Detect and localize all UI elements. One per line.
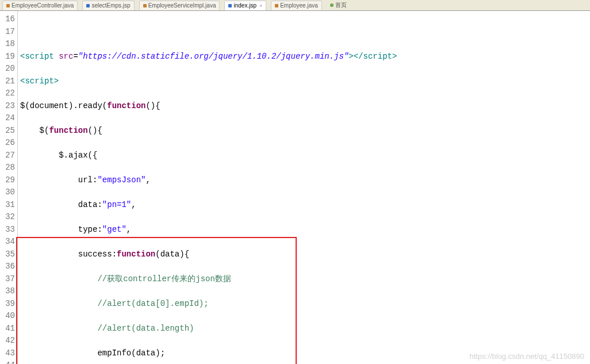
- tab-employee-java[interactable]: Employee.java: [271, 1, 322, 10]
- tab-selectemps[interactable]: selectEmps.jsp: [82, 1, 134, 10]
- code-editor[interactable]: 1617181920212223242526272829303132333435…: [0, 11, 590, 364]
- line-gutter: 1617181920212223242526272829303132333435…: [0, 11, 18, 364]
- tab-employeeserviceimpl[interactable]: EmployeeServiceImpl.java: [139, 1, 220, 10]
- editor-tabs: EmployeeController.java selectEmps.jsp E…: [0, 0, 590, 11]
- close-icon[interactable]: ×: [259, 3, 262, 9]
- tab-employeecontroller[interactable]: EmployeeController.java: [2, 1, 78, 10]
- code-area[interactable]: <script src="https://cdn.staticfile.org/…: [18, 11, 590, 364]
- tab-home[interactable]: 首页: [327, 1, 350, 10]
- tab-index-jsp[interactable]: index.jsp×: [224, 1, 266, 10]
